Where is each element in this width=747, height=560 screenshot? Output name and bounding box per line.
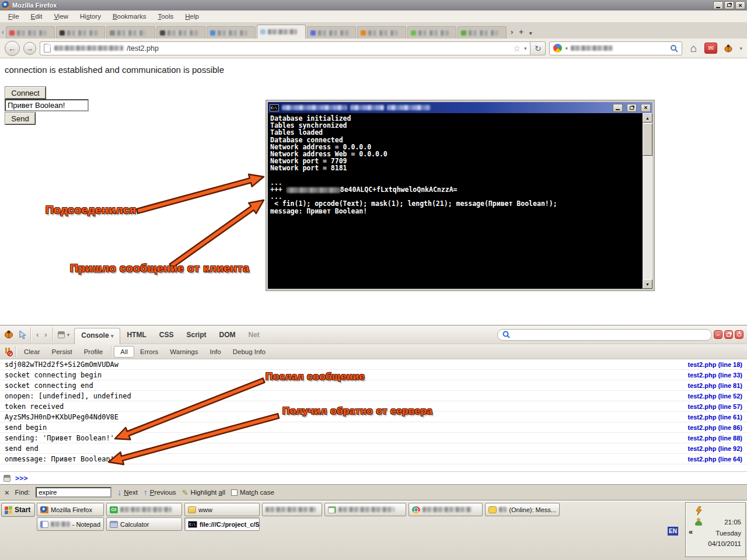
tab-net[interactable]: Net (242, 328, 266, 342)
clear-button[interactable]: Clear (18, 346, 46, 357)
find-close-icon[interactable]: × (5, 488, 9, 497)
scroll-up-icon[interactable]: ▲ (643, 113, 652, 123)
browser-tab[interactable] (458, 26, 507, 38)
task-www-folder[interactable]: www (184, 503, 260, 516)
menu-file[interactable]: File (4, 12, 24, 21)
firebug-icon[interactable] (4, 330, 14, 339)
tab-script[interactable]: Script (180, 328, 212, 342)
browser-tab[interactable] (407, 26, 456, 38)
history-forward-icon[interactable]: › (41, 330, 50, 339)
source-line-link[interactable]: test2.php (line 52) (687, 393, 742, 400)
source-line-link[interactable]: test2.php (line 86) (687, 424, 742, 431)
search-magnifier-icon[interactable] (670, 44, 678, 52)
task-notepad[interactable]: - Notepad (37, 517, 104, 531)
firebug-close-button[interactable] (735, 330, 743, 339)
home-button[interactable]: ⌂ (686, 41, 701, 55)
task-blurred-app[interactable]: C# (106, 503, 182, 516)
menu-tools[interactable]: Tools (153, 12, 178, 21)
filter-all[interactable]: All (114, 346, 134, 358)
tab-html[interactable]: HTML (120, 328, 152, 342)
firebug-dropdown-icon[interactable]: ▾ (739, 46, 742, 51)
task-messenger[interactable]: (Online): Mess... (485, 503, 560, 516)
filter-debug-info[interactable]: Debug Info (227, 346, 271, 357)
browser-tab[interactable] (106, 26, 155, 38)
persist-button[interactable]: Persist (46, 346, 78, 357)
firebug-detach-button[interactable] (724, 330, 733, 339)
message-input[interactable] (5, 99, 89, 111)
browser-tab-active[interactable] (257, 24, 306, 38)
source-line-link[interactable]: test2.php (line 92) (687, 445, 742, 452)
scrollbar-thumb[interactable] (643, 123, 652, 156)
task-chrome[interactable] (409, 503, 483, 516)
close-button[interactable]: × (735, 1, 745, 9)
cmd-scrollbar[interactable]: ▲ ▼ (643, 113, 652, 289)
menu-history[interactable]: History (75, 12, 106, 21)
filter-errors[interactable]: Errors (134, 346, 164, 357)
browser-tab[interactable] (357, 26, 406, 38)
forward-button[interactable]: → (23, 42, 36, 55)
source-line-link[interactable]: test2.php (line 61) (687, 414, 742, 421)
cmd-titlebar[interactable]: C:\ × (268, 102, 652, 113)
profile-button[interactable]: Profile (78, 346, 109, 357)
task-cmd-active[interactable]: C:\file:///C:/project_c/S... (184, 517, 260, 531)
command-line-icon[interactable] (4, 475, 11, 482)
restore-button[interactable] (724, 1, 734, 9)
filter-warnings[interactable]: Warnings (164, 346, 204, 357)
reload-button[interactable]: ↻ (530, 41, 546, 55)
find-previous-button[interactable]: ↑Previous (144, 488, 176, 497)
source-line-link[interactable]: test2.php (line 18) (687, 361, 742, 368)
tab-list-dropdown-icon[interactable]: ▾ (526, 30, 535, 38)
browser-tab[interactable] (307, 26, 356, 38)
scroll-down-icon[interactable]: ▼ (643, 279, 652, 289)
start-button[interactable]: Start (1, 503, 35, 517)
task-firefox[interactable]: Mozilla Firefox (37, 503, 104, 516)
cmd-close-button[interactable]: × (641, 104, 651, 112)
inspect-element-icon[interactable] (18, 330, 28, 340)
firebug-minimize-button[interactable]: − (714, 330, 722, 339)
highlight-all-button[interactable]: ✎Highlight all (182, 488, 225, 497)
source-line-link[interactable]: test2.php (line 64) (687, 456, 742, 463)
command-prompt-window[interactable]: C:\ × Database initialized Tables synchr… (266, 100, 654, 290)
cmd-minimize-button[interactable] (613, 104, 623, 112)
browser-tab[interactable] (6, 26, 55, 38)
search-engine-icon[interactable] (553, 44, 562, 52)
break-on-errors-icon[interactable] (4, 347, 13, 356)
language-indicator[interactable]: EN (667, 526, 679, 536)
search-box[interactable]: ▾ (549, 41, 682, 55)
menu-bookmarks[interactable]: Bookmarks (108, 12, 151, 21)
panel-options-dropdown-icon[interactable]: ▾ (67, 332, 70, 338)
new-tab-button[interactable]: + (516, 27, 526, 38)
send-button[interactable]: Send (5, 112, 36, 125)
clock-time[interactable]: 21:05 (724, 519, 741, 526)
task-blurred-app[interactable] (262, 503, 322, 516)
source-line-link[interactable]: test2.php (line 88) (687, 435, 742, 442)
cmd-restore-button[interactable] (627, 104, 637, 112)
lightning-tray-icon[interactable] (695, 506, 703, 517)
tab-overflow-icon[interactable]: › (508, 27, 516, 38)
mail-notifier-button[interactable]: ✉ (704, 43, 717, 54)
tab-scroll-left-icon[interactable]: ‹ (1, 28, 6, 38)
bookmark-star-icon[interactable]: ☆ (513, 44, 521, 53)
menu-help[interactable]: Help (180, 12, 204, 21)
bookmark-dropdown-icon[interactable]: ▾ (524, 46, 527, 51)
minimize-button[interactable] (713, 1, 723, 9)
menu-edit[interactable]: Edit (26, 12, 47, 21)
back-button[interactable]: ← (5, 41, 20, 56)
browser-tab[interactable] (56, 26, 105, 38)
tab-css[interactable]: CSS (153, 328, 180, 342)
tab-dom[interactable]: DOM (212, 328, 242, 342)
match-case-checkbox[interactable]: Match case (231, 489, 274, 496)
search-engine-dropdown-icon[interactable]: ▾ (565, 46, 568, 51)
find-next-button[interactable]: ↓Next (117, 488, 138, 497)
menu-view[interactable]: View (49, 12, 73, 21)
tray-expand-icon[interactable]: « (689, 527, 693, 536)
browser-tab[interactable] (207, 26, 256, 38)
task-calculator[interactable]: Calculator (106, 517, 182, 531)
source-line-link[interactable]: test2.php (line 81) (687, 382, 742, 389)
source-line-link[interactable]: test2.php (line 33) (687, 372, 742, 379)
firebug-search-input[interactable] (497, 329, 712, 341)
connect-button[interactable]: Connect (5, 86, 46, 99)
tab-console[interactable]: Console ▾ (74, 328, 120, 344)
filter-info[interactable]: Info (204, 346, 227, 357)
panel-list-icon[interactable] (58, 331, 65, 338)
